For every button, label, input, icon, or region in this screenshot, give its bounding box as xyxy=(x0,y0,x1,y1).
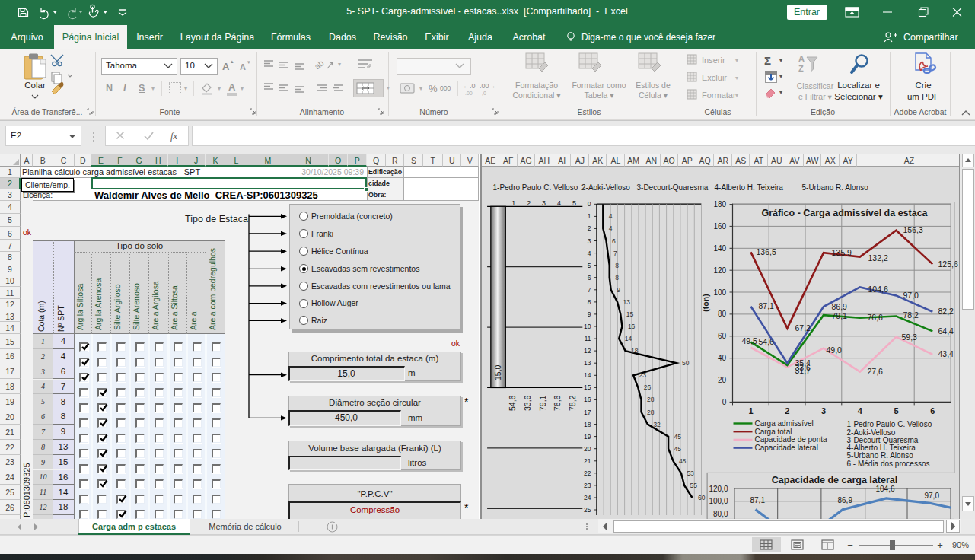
svg-text:16: 16 xyxy=(584,396,591,403)
svg-text:23: 23 xyxy=(639,371,646,379)
svg-text:13: 13 xyxy=(584,359,591,367)
svg-text:1-Pedro Paulo C. Velloso: 1-Pedro Paulo C. Velloso xyxy=(492,183,578,192)
svg-text:104,6: 104,6 xyxy=(875,485,894,493)
svg-text:87,1: 87,1 xyxy=(750,496,765,504)
svg-text:4: 4 xyxy=(556,199,560,207)
svg-text:6: 6 xyxy=(612,237,616,245)
svg-text:4-Alberto H. Teixeira: 4-Alberto H. Teixeira xyxy=(714,183,783,192)
svg-text:3: 3 xyxy=(587,237,591,245)
svg-text:78,2: 78,2 xyxy=(568,395,577,411)
svg-text:Areia Siltosa: Areia Siltosa xyxy=(170,285,179,330)
svg-text:64,4: 64,4 xyxy=(938,326,954,336)
svg-text:120: 120 xyxy=(713,266,726,275)
svg-text:5-Urbano R. Alonso: 5-Urbano R. Alonso xyxy=(801,183,868,192)
svg-text:15,0: 15,0 xyxy=(493,364,502,380)
svg-text:10: 10 xyxy=(584,323,591,330)
svg-text:Gráfico - Carga admissível da: Gráfico - Carga admissível da estaca xyxy=(761,208,928,218)
svg-text:5: 5 xyxy=(572,199,575,207)
svg-text:Capacidade lateral: Capacidade lateral xyxy=(754,444,817,452)
svg-text:Capacidade de carga lateral: Capacidade de carga lateral xyxy=(771,475,897,485)
svg-text:50: 50 xyxy=(682,359,690,367)
svg-text:97,0: 97,0 xyxy=(924,492,939,500)
svg-text:24: 24 xyxy=(584,494,591,501)
svg-text:9: 9 xyxy=(617,286,620,294)
svg-text:140: 140 xyxy=(713,244,726,253)
svg-text:A: A xyxy=(798,54,805,63)
svg-text:100,0: 100,0 xyxy=(709,497,728,505)
svg-text:Capacidade de ponta: Capacidade de ponta xyxy=(754,435,827,444)
svg-text:Silte Argiloso: Silte Argiloso xyxy=(113,284,122,330)
svg-text:0: 0 xyxy=(722,398,726,406)
svg-text:2: 2 xyxy=(785,406,789,415)
svg-text:136,5: 136,5 xyxy=(756,247,776,256)
svg-text:33,6: 33,6 xyxy=(522,395,531,411)
svg-text:Argila Siltosa: Argila Siltosa xyxy=(75,284,84,330)
svg-text:125,6: 125,6 xyxy=(938,259,957,269)
svg-text:4: 4 xyxy=(587,250,591,257)
svg-text:4: 4 xyxy=(608,212,612,220)
svg-text:43,4: 43,4 xyxy=(938,349,954,358)
svg-text:80,0: 80,0 xyxy=(713,510,728,518)
svg-text:8: 8 xyxy=(587,298,591,306)
svg-text:97,0: 97,0 xyxy=(903,291,919,300)
svg-text:8: 8 xyxy=(615,262,619,269)
svg-text:19: 19 xyxy=(584,433,591,441)
svg-text:11: 11 xyxy=(584,335,591,342)
svg-text:14: 14 xyxy=(624,335,632,342)
svg-text:33,6: 33,6 xyxy=(795,363,811,372)
svg-text:132,2: 132,2 xyxy=(868,253,887,262)
svg-text:21: 21 xyxy=(584,457,591,465)
svg-text:18: 18 xyxy=(584,421,591,428)
svg-text:Carga admissível: Carga admissível xyxy=(754,419,813,428)
svg-text:82,2: 82,2 xyxy=(938,307,954,316)
svg-text:5: 5 xyxy=(587,262,591,269)
svg-text:20: 20 xyxy=(718,376,727,384)
svg-text:60: 60 xyxy=(718,332,727,340)
svg-text:1: 1 xyxy=(511,199,515,207)
svg-text:60: 60 xyxy=(698,494,706,501)
svg-text:6: 6 xyxy=(930,406,935,415)
svg-text:2: 2 xyxy=(587,224,591,232)
svg-text:17: 17 xyxy=(584,409,591,416)
svg-text:Areia: Areia xyxy=(189,311,198,330)
svg-text:Z: Z xyxy=(798,64,804,73)
svg-text:54,6: 54,6 xyxy=(508,395,517,411)
svg-text:100: 100 xyxy=(713,288,726,297)
svg-text:2-Aoki-Velloso: 2-Aoki-Velloso xyxy=(581,183,630,192)
svg-text:76,6: 76,6 xyxy=(553,395,562,411)
svg-text:28: 28 xyxy=(647,396,655,403)
svg-text:79,1: 79,1 xyxy=(831,311,847,320)
svg-text:40: 40 xyxy=(718,354,727,362)
svg-text:Areia com pedregulhos: Areia com pedregulhos xyxy=(208,248,217,330)
svg-text:15: 15 xyxy=(584,383,591,391)
svg-text:4: 4 xyxy=(608,224,612,232)
svg-text:22: 22 xyxy=(584,469,591,477)
svg-text:156,3: 156,3 xyxy=(903,225,922,234)
svg-text:120,0: 120,0 xyxy=(709,485,728,493)
svg-text:7: 7 xyxy=(613,250,617,257)
svg-text:135,9: 135,9 xyxy=(831,248,851,257)
svg-text:Argila Arenosa: Argila Arenosa xyxy=(94,278,103,330)
svg-text:Nº SPT: Nº SPT xyxy=(56,305,65,332)
svg-text:86,9: 86,9 xyxy=(831,302,847,311)
svg-text:6 - Média dos processos: 6 - Média dos processos xyxy=(846,460,929,468)
svg-text:59,3: 59,3 xyxy=(901,332,917,342)
svg-text:Silte Arenoso: Silte Arenoso xyxy=(132,283,141,330)
svg-text:160: 160 xyxy=(713,222,726,231)
svg-text:Carga total: Carga total xyxy=(754,428,792,436)
svg-text:2: 2 xyxy=(527,199,531,207)
svg-text:1: 1 xyxy=(587,212,591,220)
svg-text:87,1: 87,1 xyxy=(758,301,774,310)
svg-text:78,2: 78,2 xyxy=(903,310,919,320)
svg-text:53: 53 xyxy=(687,469,694,477)
svg-text:180: 180 xyxy=(713,200,726,208)
svg-text:ab: ab xyxy=(313,58,326,71)
svg-text:16: 16 xyxy=(627,323,635,330)
svg-text:18: 18 xyxy=(631,347,639,355)
svg-text:15: 15 xyxy=(626,310,633,318)
svg-text:48: 48 xyxy=(678,457,686,465)
svg-text:0: 0 xyxy=(587,200,591,208)
svg-text:55: 55 xyxy=(690,482,697,489)
svg-text:P:0601309325: P:0601309325 xyxy=(22,463,31,517)
svg-text:12: 12 xyxy=(584,347,591,355)
